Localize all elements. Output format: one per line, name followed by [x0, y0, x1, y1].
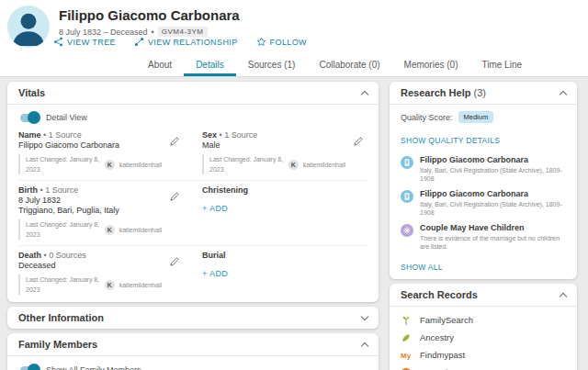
family-members-title: Family Members: [18, 339, 97, 350]
research-hint-item[interactable]: Filippo Giacomo Carbonara Italy, Bari, C…: [401, 189, 566, 217]
edit-sex-icon[interactable]: [353, 134, 364, 151]
family-body: Show All Family Members Spouses and Chil…: [7, 356, 379, 370]
vitals-header: Vitals: [7, 82, 379, 105]
other-information-card: Other Information: [7, 307, 379, 329]
record-hint-icon: [401, 190, 413, 207]
birth-date: 8 July 1832: [18, 196, 162, 206]
tab-sources[interactable]: Sources (1): [236, 55, 308, 76]
name-sources: • 1 Source: [43, 130, 82, 140]
svg-text:My: My: [401, 352, 412, 360]
tab-about[interactable]: About: [136, 55, 184, 76]
add-burial-button[interactable]: + ADD: [202, 269, 228, 278]
search-records-header: Search Records: [390, 284, 577, 307]
other-information-title: Other Information: [18, 312, 104, 323]
ancestry-icon: [401, 332, 412, 343]
view-tree-button[interactable]: VIEW TREE: [53, 37, 116, 47]
family-members-card: Family Members Show All Family Members S…: [7, 333, 379, 370]
follow-button[interactable]: FOLLOW: [256, 37, 307, 47]
expand-other-information-chevron-icon[interactable]: [361, 313, 368, 320]
research-suggestion-item[interactable]: Couple May Have Children There is eviden…: [401, 223, 566, 251]
collapse-search-records-chevron-icon[interactable]: [560, 292, 567, 299]
death-label: Death: [18, 251, 41, 260]
show-all-family-label: Show All Family Members: [46, 365, 141, 370]
view-relationship-label: VIEW RELATIONSHIP: [148, 38, 238, 47]
death-value: Deceased: [18, 261, 162, 271]
hint-title: Filippo Giacomo Carbonara: [420, 189, 566, 199]
tab-timeline[interactable]: Time Line: [469, 55, 534, 76]
suggestion-subtitle: There is evidence of the marriage but no…: [420, 234, 566, 251]
hint-subtitle: Italy, Bari, Civil Registration (State A…: [420, 200, 566, 217]
other-information-header: Other Information: [7, 307, 379, 329]
search-records-title: Search Records: [401, 289, 478, 300]
view-relationship-button[interactable]: VIEW RELATIONSHIP: [134, 37, 238, 47]
contributor-name: katiemildenhall: [119, 225, 162, 235]
search-familysearch-link[interactable]: FamilySearch: [401, 311, 566, 329]
provider-label: Findmypast: [420, 350, 465, 360]
follow-label: FOLLOW: [270, 38, 307, 47]
burial-field: Burial + ADD: [202, 251, 368, 295]
search-records-card: Search Records FamilySearch Ancestry My …: [390, 284, 577, 370]
contributor-avatar: K: [288, 160, 299, 170]
contributor-name: katiemildenhall: [119, 280, 162, 290]
hint-title: Filippo Giacomo Carbonara: [420, 155, 566, 165]
research-help-header: Research Help (3): [390, 82, 577, 105]
vitals-card: Vitals Detail View Name • 1 Source Filip…: [7, 82, 379, 302]
tab-details[interactable]: Details: [184, 55, 236, 76]
birth-last-changed: Last Changed: January 8, 2023 K katiemil…: [18, 219, 162, 240]
collapse-research-chevron-icon[interactable]: [560, 90, 567, 97]
myheritage-icon: [401, 367, 412, 370]
profile-avatar[interactable]: [7, 6, 50, 48]
death-last-changed: Last Changed: January 8, 2023 K katiemil…: [18, 275, 162, 295]
contributor-name: katiemildenhall: [303, 160, 345, 170]
research-hint-item[interactable]: Filippo Giacomo Carbonara Italy, Bari, C…: [401, 155, 566, 183]
search-myheritage-link[interactable]: MyHeritage: [401, 364, 566, 370]
person-id-chip: GVM4-3YM: [158, 27, 208, 37]
star-icon: [256, 37, 266, 47]
death-field: Death • 0 Sources Deceased Last Changed:…: [18, 251, 184, 295]
search-findmypast-link[interactable]: My Findmypast: [401, 346, 566, 364]
provider-label: FamilySearch: [420, 315, 473, 325]
birth-place: Triggiano, Bari, Puglia, Italy: [18, 206, 162, 216]
add-christening-button[interactable]: + ADD: [202, 204, 228, 213]
hint-subtitle: Italy, Bari, Civil Registration (State A…: [420, 166, 566, 183]
collapse-vitals-chevron-icon[interactable]: [361, 90, 368, 97]
contributor-avatar: K: [105, 225, 115, 235]
person-lifespan: 8 July 1832 – Deceased • GVM4-3YM: [59, 27, 240, 37]
suggestion-icon: [401, 224, 413, 241]
research-help-count: (3): [474, 87, 486, 98]
name-value: Filippo Giacomo Carbonara: [18, 140, 162, 151]
research-help-body: Quality Score: Medium SHOW QUALITY DETAI…: [390, 105, 577, 279]
findmypast-icon: My: [401, 350, 412, 361]
show-all-link[interactable]: SHOW ALL: [401, 263, 443, 272]
quality-score-badge: Medium: [458, 111, 494, 123]
sex-sources: • 1 Source: [220, 130, 258, 140]
search-ancestry-link[interactable]: Ancestry: [401, 329, 566, 346]
sex-field: Sex • 1 Source Male Last Changed: Januar…: [202, 130, 368, 174]
edit-birth-icon[interactable]: [169, 189, 180, 206]
edit-name-icon[interactable]: [169, 134, 180, 151]
detail-view-label: Detail View: [46, 113, 87, 122]
christening-label: Christening: [202, 185, 345, 196]
detail-view-toggle[interactable]: [20, 114, 39, 122]
name-field: Name • 1 Source Filippo Giacomo Carbonar…: [18, 130, 184, 174]
sex-value: Male: [202, 140, 345, 151]
lifespan-text: 8 July 1832 – Deceased: [59, 28, 148, 37]
show-quality-details-link[interactable]: SHOW QUALITY DETAILS: [401, 136, 500, 145]
separator-dot: •: [152, 28, 154, 37]
vitals-row-2: Birth • 1 Source 8 July 1832 Triggiano, …: [18, 180, 368, 245]
page-content: Vitals Detail View Name • 1 Source Filip…: [0, 77, 588, 370]
page-title: Filippo Giacomo Carbonara: [59, 7, 240, 23]
edit-death-icon[interactable]: [169, 254, 180, 271]
vitals-row-3: Death • 0 Sources Deceased Last Changed:…: [18, 245, 368, 300]
show-all-family-toggle[interactable]: [20, 366, 39, 370]
family-members-header: Family Members: [7, 333, 379, 356]
familysearch-icon: [401, 315, 412, 326]
record-hint-icon: [401, 156, 413, 173]
vitals-row-1: Name • 1 Source Filippo Giacomo Carbonar…: [18, 126, 368, 180]
tab-memories[interactable]: Memories (0): [392, 55, 470, 76]
tab-collaborate[interactable]: Collaborate (0): [307, 55, 391, 76]
birth-sources: • 1 Source: [40, 185, 79, 195]
collapse-family-chevron-icon[interactable]: [361, 342, 368, 349]
header-actions: VIEW TREE VIEW RELATIONSHIP FOLLOW: [53, 37, 307, 47]
view-tree-label: VIEW TREE: [67, 38, 116, 47]
